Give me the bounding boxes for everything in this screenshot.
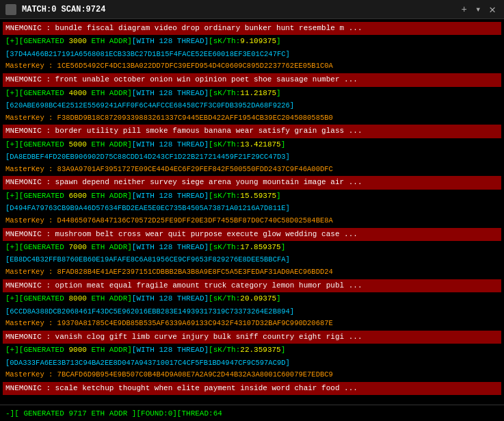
close-button[interactable]: ✕ bbox=[486, 3, 499, 16]
terminal-icon bbox=[5, 4, 16, 15]
masterkey-line-1: MasterKey : F38DBD9B18C87209339883261337… bbox=[3, 112, 501, 124]
generated-line-1: [+][GENERATED 4000 ETH ADDR][WITH 128 TH… bbox=[3, 88, 501, 99]
entry-block-3: MNEMONIC : spawn depend neither survey s… bbox=[3, 176, 501, 226]
add-tab-button[interactable]: + bbox=[459, 4, 470, 15]
addr-line-1: [620ABE698BC4E2512E5569241AFF0F6C4AFCCE6… bbox=[3, 100, 501, 112]
generated-line-5: [+][GENERATED 8000 ETH ADDR][WITH 128 TH… bbox=[3, 293, 501, 305]
mnemonic-line-7: MNEMONIC : scale ketchup thought when el… bbox=[3, 382, 501, 395]
mnemonic-line-2: MNEMONIC : border utility pill smoke fam… bbox=[3, 125, 501, 138]
title-bar: MATCH:0 SCAN:9724 + ▾ ✕ bbox=[0, 0, 504, 19]
generated-line-6: [+][GENERATED 9000 ETH ADDR][WITH 128 TH… bbox=[3, 344, 501, 356]
entry-block-7: MNEMONIC : scale ketchup thought when el… bbox=[3, 382, 501, 395]
addr-line-2: [DA8EDBEF4FD20EB906902D75C88CDD14D243CF1… bbox=[3, 151, 501, 163]
entry-block-5: MNEMONIC : option meat equal fragile amo… bbox=[3, 279, 501, 329]
entry-block-4: MNEMONIC : mushroom belt cross wear quit… bbox=[3, 228, 501, 278]
entry-block-0: MNEMONIC : bundle fiscal diagram video d… bbox=[3, 22, 501, 72]
mnemonic-line-6: MNEMONIC : vanish clog gift limb curve i… bbox=[3, 331, 501, 344]
addr-line-0: [37D4A466B217191A6568081ECB33BC27D1B15F4… bbox=[3, 49, 501, 60]
masterkey-line-6: MasterKey : 7BCAFD6D9B954E9B507C0B4B4D9A… bbox=[3, 369, 501, 381]
status-bar: -][ GENERATED 9717 ETH ADDR ][FOUND:0][T… bbox=[0, 405, 504, 421]
entry-block-2: MNEMONIC : border utility pill smoke fam… bbox=[3, 125, 501, 175]
masterkey-line-2: MasterKey : 83A9A9701AF3951727E09CE44D4E… bbox=[3, 164, 501, 175]
generated-line-3: [+][GENERATED 6000 ETH ADDR][WITH 128 TH… bbox=[3, 190, 501, 202]
masterkey-line-5: MasterKey : 19370A81785C4E9DB85B535AF633… bbox=[3, 318, 501, 329]
addr-line-3: [D494FA79763CB9B9A46D57634FBD2EAE5E0EC73… bbox=[3, 203, 501, 214]
addr-line-5: [6CCD8A388DCB2068461F43DC5E962016EBB283E… bbox=[3, 306, 501, 318]
entry-block-6: MNEMONIC : vanish clog gift limb curve i… bbox=[3, 331, 501, 381]
content-area: MNEMONIC : bundle fiscal diagram video d… bbox=[0, 19, 504, 405]
entry-block-1: MNEMONIC : front unable october onion wi… bbox=[3, 73, 501, 123]
addr-line-4: [EB8DC4B32FFB8760EB60E19AFAFE8C6A81956CE… bbox=[3, 254, 501, 266]
mnemonic-line-0: MNEMONIC : bundle fiscal diagram video d… bbox=[3, 22, 501, 35]
title-text: MATCH:0 SCAN:9724 bbox=[22, 5, 105, 14]
mnemonic-line-5: MNEMONIC : option meat equal fragile amo… bbox=[3, 279, 501, 292]
addr-line-6: [0DA333FA6EE3B713C94BA2EE8D047A943710017… bbox=[3, 357, 501, 369]
generated-line-0: [+][GENERATED 3000 ETH ADDR][WITH 128 TH… bbox=[3, 36, 501, 47]
masterkey-line-4: MasterKey : 8FAD828B4E41AEF2397151CDBBB2… bbox=[3, 266, 501, 278]
mnemonic-line-4: MNEMONIC : mushroom belt cross wear quit… bbox=[3, 228, 501, 241]
masterkey-line-0: MasterKey : 1CE56D5492CF4DC13BA022DD7DFC… bbox=[3, 60, 501, 72]
masterkey-line-3: MasterKey : D44865076A847136C70572D25FE9… bbox=[3, 215, 501, 227]
status-text: -][ GENERATED 9717 ETH ADDR ][FOUND:0][T… bbox=[5, 409, 222, 418]
mnemonic-line-3: MNEMONIC : spawn depend neither survey s… bbox=[3, 176, 501, 189]
mnemonic-line-1: MNEMONIC : front unable october onion wi… bbox=[3, 73, 501, 86]
generated-line-4: [+][GENERATED 7000 ETH ADDR][WITH 128 TH… bbox=[3, 242, 501, 253]
generated-line-2: [+][GENERATED 5000 ETH ADDR][WITH 128 TH… bbox=[3, 139, 501, 151]
dropdown-button[interactable]: ▾ bbox=[473, 3, 483, 15]
